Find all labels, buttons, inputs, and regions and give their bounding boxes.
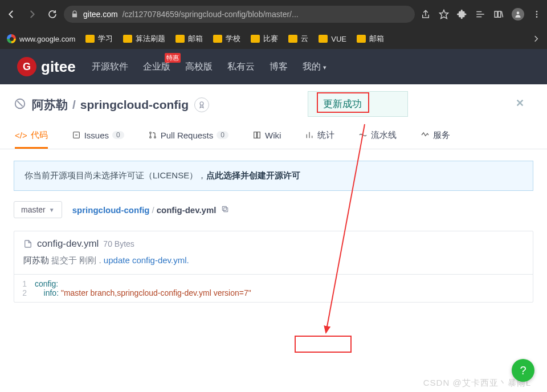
- service-icon: [421, 130, 430, 140]
- nav-private[interactable]: 私有云: [227, 61, 255, 73]
- help-fab[interactable]: ?: [512, 359, 534, 382]
- svg-line-6: [501, 11, 503, 18]
- back-button[interactable]: [6, 9, 17, 20]
- bookmark-label: 算法刷题: [136, 34, 165, 44]
- tab-issues[interactable]: Issues0: [72, 123, 124, 149]
- reload-button[interactable]: [47, 9, 58, 20]
- bookmark-folder[interactable]: 学校: [213, 34, 240, 44]
- bookmark-folder[interactable]: 邮箱: [357, 34, 384, 44]
- gitee-header: G gitee 开源软件 企业版特惠 高校版 私有云 博客 我的 ▾: [0, 49, 547, 84]
- license-action-link[interactable]: 点此选择并创建开源许可: [206, 170, 300, 180]
- branch-selector[interactable]: master▼: [14, 201, 62, 218]
- address-bar[interactable]: gitee.com/czl1270784659/springcloud-conf…: [64, 6, 415, 23]
- tab-service[interactable]: 服务: [421, 123, 450, 149]
- bookmark-label: VUE: [331, 35, 346, 43]
- chevron-down-icon: ▾: [323, 64, 326, 71]
- bookmark-label: 云: [301, 34, 308, 44]
- tab-wiki[interactable]: Wiki: [252, 123, 281, 149]
- bookmark-google[interactable]: www.google.com: [7, 34, 75, 43]
- license-banner: 你当前开源项目尚未选择许可证（LICENSE），点此选择并创建开源许可: [14, 161, 533, 191]
- google-icon: [7, 34, 16, 43]
- reading-list-icon[interactable]: [475, 9, 485, 19]
- nav-label: 我的: [303, 62, 321, 71]
- stats-icon: [305, 130, 314, 140]
- code-token: config:: [35, 279, 58, 288]
- bookmarks-bar: www.google.com 学习 算法刷题 邮箱 学校 比赛 云 VUE 邮箱: [0, 28, 547, 49]
- bookmark-label: www.google.com: [19, 35, 75, 43]
- bookmark-folder[interactable]: 比赛: [251, 34, 278, 44]
- bookmarks-overflow-icon[interactable]: [532, 35, 540, 43]
- nav-blog[interactable]: 博客: [270, 61, 288, 73]
- commit-message[interactable]: update config-dev.yml.: [104, 255, 189, 265]
- bookmark-folder[interactable]: 算法刷题: [123, 34, 165, 44]
- svg-point-13: [200, 102, 203, 105]
- forward-button[interactable]: [26, 9, 38, 20]
- gitee-wordmark: gitee: [41, 58, 76, 76]
- issues-icon: [72, 130, 81, 140]
- tab-pull-requests[interactable]: Pull Requests0: [148, 123, 228, 149]
- pr-icon: [148, 130, 157, 140]
- repo-owner[interactable]: 阿苏勒: [32, 97, 68, 113]
- gitee-logo-icon: G: [17, 57, 36, 76]
- nav-enterprise[interactable]: 企业版特惠: [143, 61, 170, 73]
- tab-label: Wiki: [265, 130, 281, 140]
- branch-name: master: [21, 205, 46, 214]
- bookmark-label: 学校: [226, 34, 240, 44]
- award-button[interactable]: [194, 97, 209, 112]
- breadcrumb: springcloud-config/config-dev.yml: [72, 205, 229, 215]
- svg-rect-5: [498, 11, 501, 18]
- repo-name[interactable]: springcloud-config: [80, 98, 189, 112]
- svg-point-18: [154, 137, 156, 138]
- bookmark-label: 比赛: [263, 34, 278, 44]
- lock-icon: [71, 10, 79, 18]
- watermark: CSDN @艾卡西亚丶暴雨L: [423, 378, 531, 389]
- bookmark-folder[interactable]: 云: [288, 34, 308, 44]
- folder-icon: [213, 35, 222, 43]
- star-icon[interactable]: [439, 9, 449, 19]
- gitee-logo-link[interactable]: G gitee: [17, 57, 76, 76]
- file-icon: [23, 239, 32, 248]
- share-icon[interactable]: [421, 9, 431, 19]
- crumb-repo[interactable]: springcloud-config: [72, 205, 150, 215]
- close-icon[interactable]: ✕: [516, 97, 524, 109]
- pipeline-icon: [358, 130, 368, 140]
- tab-pipeline[interactable]: 流水线: [358, 123, 397, 149]
- repo-title: 阿苏勒 / springcloud-config: [32, 97, 189, 113]
- commit-author[interactable]: 阿苏勒: [23, 255, 49, 265]
- profile-avatar[interactable]: [512, 8, 524, 21]
- code-token: info:: [44, 288, 59, 297]
- file-size: 70 Bytes: [103, 239, 134, 248]
- tab-label: 服务: [433, 130, 450, 141]
- folder-icon: [319, 35, 328, 43]
- count-badge: 0: [217, 131, 228, 139]
- bookmark-folder[interactable]: 邮箱: [175, 34, 203, 44]
- bookmark-folder[interactable]: VUE: [319, 35, 346, 43]
- line-number: 1: [14, 279, 35, 288]
- svg-point-7: [517, 11, 520, 14]
- folder-icon: [175, 35, 185, 43]
- folder-icon: [123, 35, 132, 43]
- tab-stats[interactable]: 统计: [305, 123, 334, 149]
- url-host: gitee.com: [83, 10, 118, 19]
- repo-icon: [14, 97, 26, 112]
- menu-icon[interactable]: [532, 10, 541, 19]
- tab-label: 流水线: [371, 130, 397, 141]
- nav-campus[interactable]: 高校版: [185, 61, 213, 73]
- license-pretext: 你当前开源项目尚未选择许可证（LICENSE），: [25, 170, 206, 180]
- folder-icon: [85, 35, 95, 43]
- line-number: 2: [14, 288, 35, 297]
- extensions-icon[interactable]: [457, 9, 467, 19]
- svg-rect-4: [495, 11, 497, 18]
- svg-point-8: [536, 11, 538, 13]
- copy-path-icon[interactable]: [221, 205, 229, 215]
- folder-icon: [251, 35, 260, 43]
- bookmark-folder[interactable]: 学习: [85, 34, 113, 44]
- file-panel: config-dev.yml 70 Bytes 阿苏勒 提交于 刚刚 . upd…: [14, 231, 533, 303]
- file-name: config-dev.yml: [37, 238, 99, 250]
- collections-icon[interactable]: [493, 9, 504, 19]
- nav-open-source[interactable]: 开源软件: [92, 61, 128, 73]
- tab-code[interactable]: </>代码: [15, 123, 48, 149]
- svg-point-16: [149, 132, 151, 134]
- nav-label: 企业版: [143, 62, 170, 71]
- nav-mine[interactable]: 我的 ▾: [303, 61, 326, 73]
